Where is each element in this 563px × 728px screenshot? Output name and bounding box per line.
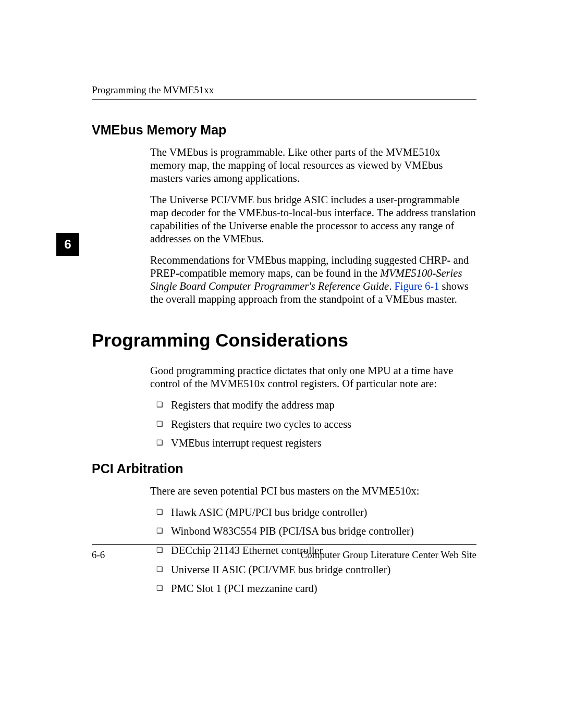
body-text: The VMEbus is programmable. Like other p… [150, 146, 476, 185]
list-item: Registers that modify the address map [150, 399, 476, 412]
heading-vmebus-memory-map: VMEbus Memory Map [92, 122, 476, 138]
list-item: Hawk ASIC (MPU/PCI bus bridge controller… [150, 506, 476, 519]
running-header: Programming the MVME51xx [92, 84, 476, 100]
footer-rule [92, 544, 476, 545]
heading-pci-arbitration: PCI Arbitration [92, 461, 476, 476]
chapter-number-tab: 6 [56, 233, 79, 256]
body-text: Good programming practice dictates that … [150, 364, 476, 390]
figure-reference-link[interactable]: Figure 6-1 [394, 280, 439, 292]
body-text: There are seven potential PCI bus master… [150, 485, 476, 498]
list-item: VMEbus interrupt request registers [150, 437, 476, 450]
body-text: Recommendations for VMEbus mapping, incl… [150, 254, 476, 306]
bullet-list-registers: Registers that modify the address map Re… [150, 399, 476, 450]
list-item: Registers that require two cycles to acc… [150, 418, 476, 431]
footer-site-text: Computer Group Literature Center Web Sit… [92, 549, 476, 561]
page-content: Programming the MVME51xx VMEbus Memory M… [92, 84, 476, 607]
heading-programming-considerations: Programming Considerations [92, 330, 476, 351]
body-text: The Universe PCI/VME bus bridge ASIC inc… [150, 193, 476, 245]
list-item: Winbond W83C554 PIB (PCI/ISA bus bridge … [150, 525, 476, 538]
list-item: Universe II ASIC (PCI/VME bus bridge con… [150, 563, 476, 576]
body-text-fragment: . [389, 280, 394, 292]
list-item: PMC Slot 1 (PCI mezzanine card) [150, 582, 476, 595]
